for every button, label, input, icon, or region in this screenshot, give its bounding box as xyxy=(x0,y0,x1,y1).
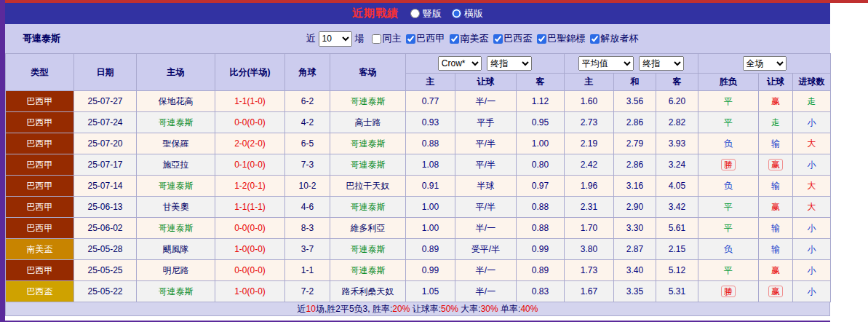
recent-count-select[interactable]: 10 xyxy=(319,31,352,47)
table-header: 类型 日期 主场 比分(半场) 角球 客场 Crow* 终指 平均值 xyxy=(6,54,831,91)
goals-result: 小 xyxy=(808,160,816,170)
league-filter-checkbox-input[interactable] xyxy=(450,34,459,44)
handicap-result: 输 xyxy=(771,181,780,191)
asian-home-odds: 0.88 xyxy=(406,133,455,154)
euro-home-odds: 1.73 xyxy=(565,260,614,281)
col-header-date: 日期 xyxy=(74,54,137,91)
euro-company-select[interactable]: 平均值 xyxy=(578,56,634,71)
match-result: 负 xyxy=(724,138,733,149)
away-team: 哥連泰斯 xyxy=(330,133,406,154)
team-name: 哥連泰斯 xyxy=(23,32,60,45)
euro-draw-odds: 3.16 xyxy=(614,176,656,197)
asian-home-odds: 0.99 xyxy=(406,260,455,281)
goals-result-cell: 大 xyxy=(793,133,831,154)
away-team: 哥連泰斯 xyxy=(330,154,406,176)
summary-record: 场,胜2平5负3, 胜率: xyxy=(316,303,392,315)
result-cell: 平 xyxy=(698,112,759,133)
col-header-asian-away: 客 xyxy=(517,74,565,91)
goals-result-cell: 大 xyxy=(793,197,831,218)
euro-home-odds: 1.60 xyxy=(565,91,614,112)
match-date: 25-05-28 xyxy=(74,239,137,260)
period-select[interactable]: 全场 xyxy=(743,56,787,71)
handicap-result-cell: 走 xyxy=(759,112,793,133)
handicap-result: 走 xyxy=(771,117,780,127)
handicap-result: 输 xyxy=(771,223,780,233)
table-body: 巴西甲 25-07-27 保地花高 1-1(1-0) 6-2 哥連泰斯 0.77… xyxy=(6,91,831,302)
match-result: 平 xyxy=(724,265,733,275)
layout-radio-horizontal[interactable]: 橫版 xyxy=(452,7,483,20)
col-header-corners: 角球 xyxy=(285,54,330,91)
results-title-bar: 近期戰績 豎版 橫版 xyxy=(5,3,830,24)
score: 1-0(0-0) xyxy=(215,239,285,260)
asian-home-odds: 0.77 xyxy=(406,91,455,112)
asian-index-select[interactable]: 终指 xyxy=(487,56,532,71)
goals-result: 大 xyxy=(808,181,816,191)
home-team: 哥連泰斯 xyxy=(137,176,215,197)
away-team: 維多利亞 xyxy=(330,218,406,239)
col-header-asian-home: 主 xyxy=(406,74,455,91)
col-header-goals-result: 进球数 xyxy=(793,74,831,91)
asian-away-odds: 0.99 xyxy=(517,239,565,260)
asian-handicap-line: 平/半 xyxy=(455,154,517,176)
col-header-euro-away: 客 xyxy=(656,74,698,91)
league-filter-checkbox-label: 同主 xyxy=(383,32,402,45)
table-row: 巴西甲 25-07-24 哥連泰斯 0-0(0-0) 4-2 高士路 0.93 … xyxy=(6,112,831,133)
score: 2-0(2-0) xyxy=(215,133,285,154)
asian-away-odds: 0.88 xyxy=(517,197,565,218)
asian-away-odds: 0.83 xyxy=(517,281,565,302)
league-badge: 巴西甲 xyxy=(6,91,74,112)
table-row: 巴西盃 25-05-22 哥連泰斯 1-0(0-0) 7-2 路禾利桑天奴 1.… xyxy=(6,281,831,302)
league-filter-checkbox-input[interactable] xyxy=(493,34,503,44)
col-header-home: 主场 xyxy=(137,54,215,91)
league-filter-checkbox[interactable]: 解放者杯 xyxy=(590,32,639,45)
euro-away-odds: 3.24 xyxy=(656,154,698,176)
league-filter-checkbox-input[interactable] xyxy=(537,34,546,44)
euro-draw-odds: 2.90 xyxy=(614,197,656,218)
league-filter-checkbox-input[interactable] xyxy=(372,34,381,44)
score: 0-0(0-0) xyxy=(215,260,285,281)
corners: 4-2 xyxy=(285,112,330,133)
layout-radio-vertical[interactable]: 豎版 xyxy=(410,7,442,20)
home-team: 哥連泰斯 xyxy=(137,218,215,239)
result-cell: 平 xyxy=(698,197,759,218)
league-badge: 巴西甲 xyxy=(6,176,74,197)
horizontal-radio-input[interactable] xyxy=(452,9,461,18)
summary-prefix: 近 xyxy=(298,303,306,315)
handicap-result-cell: 输 xyxy=(759,218,793,239)
col-header-euro-draw: 和 xyxy=(614,74,656,91)
bookmaker-select[interactable]: Crow* xyxy=(438,56,482,71)
league-filter-checkbox[interactable]: 巴西甲 xyxy=(406,32,445,45)
asian-home-odds: 1.00 xyxy=(406,218,455,239)
euro-home-odds: 3.80 xyxy=(565,239,614,260)
handicap-result: 赢 xyxy=(771,202,780,212)
asian-home-odds: 0.93 xyxy=(406,112,455,133)
asian-handicap-line: 半/一 xyxy=(455,218,517,239)
score: 0-1(0-0) xyxy=(215,154,285,176)
euro-index-select[interactable]: 终指 xyxy=(639,56,684,71)
euro-draw-odds: 3.30 xyxy=(614,218,656,239)
match-date: 25-07-24 xyxy=(74,112,137,133)
table-row: 巴西甲 25-06-13 甘美奧 1-1(1-1) 4-6 哥連泰斯 1.00 … xyxy=(6,197,831,218)
euro-odds-header: 平均值 终指 xyxy=(565,54,698,74)
league-filter-checkbox[interactable]: 南美盃 xyxy=(450,32,489,45)
euro-home-odds: 2.73 xyxy=(565,112,614,133)
handicap-result: 赢 xyxy=(768,286,783,297)
euro-draw-odds: 2.86 xyxy=(614,112,656,133)
vertical-radio-input[interactable] xyxy=(410,9,420,18)
goals-result-cell: 小 xyxy=(793,218,831,239)
league-filter-checkbox[interactable]: 同主 xyxy=(372,32,402,45)
handicap-result-cell: 赢 xyxy=(759,260,793,281)
match-result: 负 xyxy=(724,181,733,191)
league-filter-checkbox[interactable]: 巴聖錦標 xyxy=(537,32,586,45)
euro-home-odds: 2.42 xyxy=(565,154,614,176)
col-header-score: 比分(半场) xyxy=(215,54,285,91)
away-team: 哥連泰斯 xyxy=(330,197,406,218)
euro-home-odds: 2.31 xyxy=(565,197,614,218)
asian-away-odds: 0.89 xyxy=(517,260,565,281)
league-filter-checkbox[interactable]: 巴西盃 xyxy=(493,32,533,45)
asian-handicap-line: 半球 xyxy=(455,176,517,197)
league-filter-checkbox-input[interactable] xyxy=(406,34,415,44)
goals-result: 走 xyxy=(808,96,816,106)
col-header-type: 类型 xyxy=(6,54,74,91)
league-filter-checkbox-input[interactable] xyxy=(590,34,600,44)
